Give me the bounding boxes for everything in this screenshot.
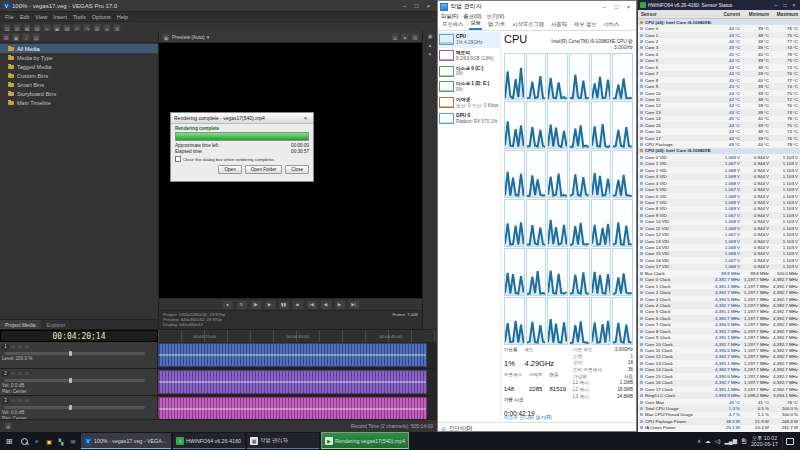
close-on-complete-checkbox[interactable]: [175, 156, 181, 162]
bin-item[interactable]: All Media: [0, 44, 158, 53]
core-usage-graph[interactable]: [547, 297, 568, 345]
sensor-row[interactable]: Core 10 44 °C 39 °C 75 °C: [638, 90, 800, 96]
sensor-row[interactable]: Core 2 VID 1.068 V 0.944 V 1.103 V: [638, 167, 800, 173]
mute-button[interactable]: [10, 398, 16, 403]
core-usage-graph[interactable]: [591, 101, 612, 149]
solo-button[interactable]: [17, 344, 23, 349]
core-usage-graph[interactable]: [504, 101, 525, 149]
taskbar-app-button[interactable]: ▦ 작업 관리자: [247, 433, 319, 449]
core-usage-graph[interactable]: [526, 150, 547, 198]
loop-playback-icon[interactable]: ↻: [236, 300, 248, 310]
scroll-down-icon[interactable]: ▼: [428, 51, 433, 57]
taskbar-app-button[interactable]: i HWiNFO64 v6.26-4160: [173, 433, 245, 449]
tab[interactable]: 시작프로그램: [511, 20, 545, 30]
sensor-row[interactable]: Core 13 Clock 4,391.1 MHz 1,197.7 MHz 4,…: [638, 360, 800, 366]
sensor-row[interactable]: Core 1 Clock 4,391.1 MHz 1,197.7 MHz 4,3…: [638, 283, 800, 289]
core-usage-graph[interactable]: [526, 248, 547, 296]
tab[interactable]: 서비스: [603, 20, 621, 30]
dialog-close-icon[interactable]: ×: [301, 115, 310, 121]
sensor-row[interactable]: Core 4 Clock 4,392.7 MHz 1,197.7 MHz 4,3…: [638, 302, 800, 308]
network-icon[interactable]: ▂▄▆: [725, 438, 737, 444]
sensor-row[interactable]: Core 10 VID 1.068 V 0.944 V 1.103 V: [638, 219, 800, 225]
maximize-button[interactable]: □: [611, 2, 622, 11]
core-usage-graph[interactable]: [569, 150, 590, 198]
core-usage-graph[interactable]: [547, 248, 568, 296]
core-usage-graph[interactable]: [612, 150, 633, 198]
sensor-row[interactable]: Core 5 Clock 4,391.1 MHz 1,197.7 MHz 4,3…: [638, 309, 800, 315]
message-log-icon[interactable]: ≣: [4, 422, 12, 430]
sensor-row[interactable]: Core 8 45 °C 40 °C 77 °C: [638, 77, 800, 83]
dialog-button[interactable]: Open Folder: [245, 165, 283, 174]
tab[interactable]: 앱 기록: [487, 20, 506, 30]
menu-item[interactable]: View: [35, 14, 47, 20]
close-button[interactable]: ×: [623, 2, 634, 11]
track-header[interactable]: 2 Vol: 0.0 dB Pan: Center: [0, 369, 158, 395]
mute-button[interactable]: [10, 344, 16, 349]
taskbar-clock[interactable]: 오후 10:02 2020-06-17: [751, 435, 778, 447]
core-usage-graph[interactable]: [612, 101, 633, 149]
sensor-row[interactable]: Core 2 44 °C 39 °C 77 °C: [638, 38, 800, 44]
core-usage-graph[interactable]: [591, 248, 612, 296]
start-button[interactable]: ⊞: [0, 432, 18, 450]
close-button[interactable]: ×: [423, 1, 434, 10]
track-lane[interactable]: [158, 342, 437, 368]
timeline-ruler[interactable]: 00:04:15;0000:04:30;0000:04:45;00: [158, 330, 437, 342]
core-usage-graph[interactable]: [504, 248, 525, 296]
sensor-row[interactable]: Core 6 VID 1.068 V 0.944 V 1.103 V: [638, 193, 800, 199]
sensor-row[interactable]: Core 3 Clock 4,390.5 MHz 1,197.7 MHz 4,3…: [638, 296, 800, 302]
vegas-titlebar[interactable]: V 100% - vegas17.veg - VEGAS Pro 17.0 – …: [0, 0, 437, 12]
sensor-row[interactable]: Core 4 VID 1.068 V 0.944 V 1.103 V: [638, 180, 800, 186]
dock-panel-icon[interactable]: ▣: [428, 33, 433, 39]
menu-item[interactable]: Help: [117, 14, 128, 20]
maximize-button[interactable]: □: [411, 1, 422, 10]
close-button[interactable]: ×: [790, 1, 798, 9]
core-usage-graph[interactable]: [547, 199, 568, 247]
sensor-row[interactable]: Core 11 42 °C 38 °C 72 °C: [638, 96, 800, 102]
perf-sidebar-item[interactable]: 메모리 8.2/63.9GB (13%): [438, 48, 500, 64]
sensor-row[interactable]: Core 14 45 °C 40 °C 78 °C: [638, 116, 800, 122]
sensor-row[interactable]: Core 13 VID 1.069 V 0.944 V 1.103 V: [638, 238, 800, 244]
play-icon[interactable]: ▶: [264, 300, 276, 310]
menu-item[interactable]: Options: [92, 14, 111, 20]
tab[interactable]: 프로세스: [441, 20, 464, 30]
store-icon[interactable]: ▚: [55, 432, 67, 450]
file-explorer-icon[interactable]: ▣: [43, 432, 55, 450]
dialog-button[interactable]: Open: [218, 165, 241, 174]
core-usage-graph[interactable]: [504, 53, 525, 101]
perf-sidebar-item[interactable]: CPU 1% 4.29GHz: [438, 32, 500, 48]
sensor-row[interactable]: Core 5 VID 1.067 V 0.944 V 1.103 V: [638, 186, 800, 192]
core-usage-graph[interactable]: [547, 101, 568, 149]
sensor-row[interactable]: Core 9 43 °C 38 °C 74 °C: [638, 83, 800, 89]
sensor-row[interactable]: Total CPU Usage 1.3 % 0.5 % 100.0 %: [638, 405, 800, 411]
video-output-fx-icon[interactable]: ▣: [162, 33, 170, 41]
maximize-button[interactable]: □: [781, 1, 789, 9]
solo-button[interactable]: [17, 371, 23, 376]
sensor-row[interactable]: Core 17 Clock 4,391.1 MHz 1,197.7 MHz 4,…: [638, 386, 800, 392]
track-lane[interactable]: [158, 369, 437, 395]
core-usage-graph[interactable]: [504, 199, 525, 247]
core-usage-graph[interactable]: [569, 199, 590, 247]
sensor-row[interactable]: Core 16 43 °C 38 °C 73 °C: [638, 128, 800, 134]
bin-item[interactable]: Smart Bins: [0, 80, 158, 89]
core-usage-graph[interactable]: [591, 53, 612, 101]
bin-item[interactable]: Tagged Media: [0, 62, 158, 71]
grid-overlay-icon[interactable]: ⊞: [411, 33, 419, 41]
sensor-row[interactable]: Core 4 45 °C 40 °C 78 °C: [638, 51, 800, 57]
sensor-row[interactable]: Core Max 45 °C 41 °C 78 °C: [638, 399, 800, 405]
play-from-start-icon[interactable]: |▶: [250, 300, 262, 310]
sensor-row[interactable]: Core 1 VID 1.067 V 0.944 V 1.103 V: [638, 161, 800, 167]
core-usage-graph[interactable]: [547, 53, 568, 101]
sensor-row[interactable]: Core 14 VID 1.068 V 0.944 V 1.103 V: [638, 244, 800, 250]
sensor-row[interactable]: Core 11 VID 1.068 V 0.944 V 1.103 V: [638, 225, 800, 231]
sensor-row[interactable]: Core 0 Clock 4,392.7 MHz 1,197.7 MHz 4,3…: [638, 277, 800, 283]
sensor-row[interactable]: Max CPU/Thread Usage 4.7 % 1.1 % 100.0 %: [638, 412, 800, 418]
timeline-event[interactable]: [158, 370, 427, 394]
menu-item[interactable]: 파일(F): [441, 13, 458, 20]
menu-item[interactable]: Edit: [20, 14, 29, 20]
core-usage-graph[interactable]: [612, 53, 633, 101]
scroll-up-icon[interactable]: ▲: [428, 42, 433, 48]
prev-frame-icon[interactable]: ◀: [320, 300, 332, 310]
open-resource-monitor-link[interactable]: 리소스 모니터 열기(R): [504, 414, 633, 420]
media-properties-icon[interactable]: ▤: [32, 33, 40, 41]
core-usage-graph[interactable]: [591, 150, 612, 198]
